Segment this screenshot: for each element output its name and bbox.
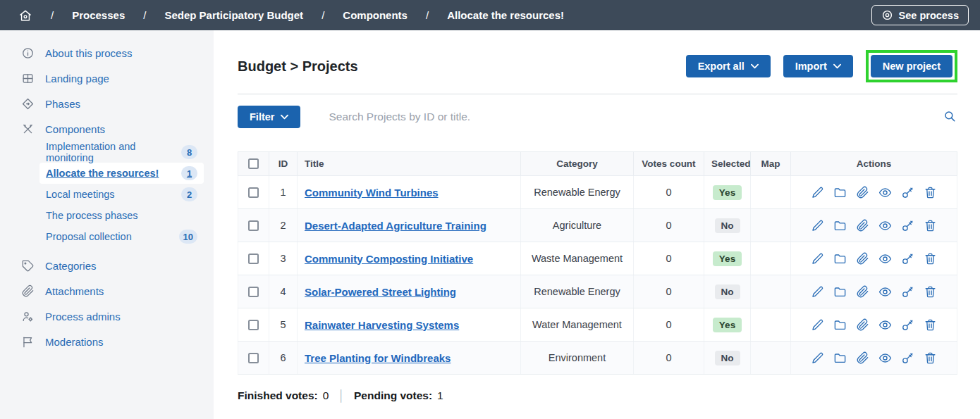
row-actions bbox=[798, 219, 950, 232]
folder-icon[interactable] bbox=[833, 252, 847, 265]
home-icon[interactable] bbox=[18, 8, 32, 23]
edit-pencil-icon[interactable] bbox=[811, 252, 824, 265]
cell-map bbox=[751, 342, 791, 375]
folder-icon[interactable] bbox=[833, 219, 847, 232]
breadcrumb-processes[interactable]: Processes bbox=[72, 9, 125, 21]
paperclip-icon[interactable] bbox=[856, 186, 869, 199]
col-header-id: ID bbox=[269, 152, 298, 176]
count-badge: 1 bbox=[181, 166, 197, 180]
sidebar-subitem-implementation-monitoring[interactable]: Implementation and monitoring 8 bbox=[39, 142, 204, 163]
finished-votes-label: Finished votes: bbox=[238, 389, 318, 402]
preview-eye-icon[interactable] bbox=[878, 351, 892, 365]
preview-eye-icon[interactable] bbox=[878, 219, 892, 232]
sidebar-item-landing-page[interactable]: Landing page bbox=[0, 65, 214, 91]
export-all-button[interactable]: Export all bbox=[686, 55, 771, 77]
sidebar-item-about[interactable]: About this process bbox=[0, 40, 214, 65]
sidebar-item-moderations[interactable]: Moderations bbox=[0, 329, 214, 354]
sidebar-subitem-label: Allocate the resources! bbox=[46, 168, 159, 179]
paperclip-icon[interactable] bbox=[856, 252, 869, 265]
filter-button[interactable]: Filter bbox=[238, 106, 300, 128]
breadcrumb-components[interactable]: Components bbox=[343, 9, 408, 21]
folder-icon[interactable] bbox=[833, 186, 847, 199]
row-checkbox[interactable] bbox=[248, 187, 259, 198]
paperclip-icon bbox=[21, 284, 35, 298]
votes-summary: Finished votes: 0 │ Pending votes: 1 bbox=[238, 389, 957, 402]
delete-trash-icon[interactable] bbox=[924, 318, 937, 332]
permissions-key-icon[interactable] bbox=[901, 351, 914, 365]
sidebar-item-categories[interactable]: Categories bbox=[0, 253, 214, 278]
edit-pencil-icon[interactable] bbox=[811, 186, 824, 199]
row-checkbox[interactable] bbox=[248, 254, 259, 264]
row-checkbox[interactable] bbox=[248, 220, 259, 231]
delete-trash-icon[interactable] bbox=[924, 285, 937, 299]
project-title-link[interactable]: Community Composting Initiative bbox=[305, 253, 473, 265]
folder-icon[interactable] bbox=[833, 318, 847, 332]
delete-trash-icon[interactable] bbox=[924, 186, 937, 199]
cell-id: 6 bbox=[269, 342, 298, 375]
cell-votes-count: 0 bbox=[634, 342, 704, 375]
sidebar-subitem-process-phases[interactable]: The process phases bbox=[39, 205, 204, 226]
col-header-title: Title bbox=[298, 152, 521, 176]
phases-diamond-icon bbox=[21, 97, 35, 111]
see-process-button[interactable]: See process bbox=[871, 5, 969, 25]
breadcrumb-current-component[interactable]: Allocate the resources! bbox=[447, 9, 564, 21]
target-eye-icon bbox=[881, 9, 893, 21]
table-row: 4Solar-Powered Street LightingRenewable … bbox=[238, 275, 957, 308]
permissions-key-icon[interactable] bbox=[901, 318, 914, 332]
cell-votes-count: 0 bbox=[634, 209, 704, 242]
delete-trash-icon[interactable] bbox=[924, 351, 937, 365]
permissions-key-icon[interactable] bbox=[901, 186, 914, 199]
edit-pencil-icon[interactable] bbox=[811, 351, 824, 365]
sidebar-item-phases[interactable]: Phases bbox=[0, 91, 214, 116]
permissions-key-icon[interactable] bbox=[901, 285, 914, 299]
folder-icon[interactable] bbox=[833, 285, 847, 299]
breadcrumb-separator: / bbox=[143, 9, 146, 21]
row-checkbox[interactable] bbox=[248, 320, 259, 330]
search-input[interactable] bbox=[329, 111, 942, 123]
paperclip-icon[interactable] bbox=[856, 318, 869, 332]
permissions-key-icon[interactable] bbox=[901, 252, 914, 265]
search-icon bbox=[943, 110, 956, 125]
new-project-button[interactable]: New project bbox=[871, 55, 953, 77]
preview-eye-icon[interactable] bbox=[878, 252, 892, 265]
row-checkbox[interactable] bbox=[248, 287, 259, 297]
sidebar-item-label: Phases bbox=[45, 98, 80, 110]
edit-pencil-icon[interactable] bbox=[811, 318, 824, 332]
sidebar-subitem-label: Local meetings bbox=[46, 189, 115, 200]
sidebar-item-process-admins[interactable]: Process admins bbox=[0, 304, 214, 329]
breadcrumb-separator: / bbox=[426, 9, 429, 21]
sidebar-item-label: Landing page bbox=[45, 73, 109, 85]
sidebar-subitem-label: Proposal collection bbox=[46, 231, 132, 242]
preview-eye-icon[interactable] bbox=[878, 318, 892, 332]
project-title-link[interactable]: Desert-Adapted Agriculture Training bbox=[305, 220, 486, 232]
delete-trash-icon[interactable] bbox=[924, 219, 937, 232]
cell-id: 1 bbox=[269, 176, 298, 209]
sidebar-item-attachments[interactable]: Attachments bbox=[0, 278, 214, 304]
paperclip-icon[interactable] bbox=[856, 219, 869, 232]
select-all-checkbox[interactable] bbox=[248, 158, 259, 169]
project-title-link[interactable]: Rainwater Harvesting Systems bbox=[305, 319, 459, 331]
folder-icon[interactable] bbox=[833, 351, 847, 365]
delete-trash-icon[interactable] bbox=[924, 252, 937, 265]
project-title-link[interactable]: Community Wind Turbines bbox=[305, 187, 439, 199]
cell-category: Water Management bbox=[521, 308, 634, 342]
sidebar-subitem-local-meetings[interactable]: Local meetings 2 bbox=[39, 184, 204, 205]
paperclip-icon[interactable] bbox=[856, 351, 869, 365]
project-title-link[interactable]: Solar-Powered Street Lighting bbox=[305, 286, 456, 298]
search-button[interactable] bbox=[942, 108, 957, 126]
paperclip-icon[interactable] bbox=[856, 285, 869, 299]
import-button[interactable]: Import bbox=[783, 55, 853, 77]
sidebar-item-components[interactable]: Components bbox=[0, 116, 214, 142]
permissions-key-icon[interactable] bbox=[901, 219, 914, 232]
breadcrumb-process-title[interactable]: Sedep Participatory Budget bbox=[164, 9, 303, 21]
project-title-link[interactable]: Tree Planting for Windbreaks bbox=[305, 352, 451, 364]
preview-eye-icon[interactable] bbox=[878, 186, 892, 199]
preview-eye-icon[interactable] bbox=[878, 285, 892, 299]
edit-pencil-icon[interactable] bbox=[811, 285, 824, 299]
info-icon bbox=[21, 46, 35, 60]
row-checkbox[interactable] bbox=[248, 353, 259, 363]
sidebar-subitem-proposal-collection[interactable]: Proposal collection 10 bbox=[39, 226, 204, 247]
sidebar-subitem-allocate-resources[interactable]: Allocate the resources! 1 bbox=[39, 163, 204, 184]
cell-id: 2 bbox=[269, 209, 298, 242]
edit-pencil-icon[interactable] bbox=[811, 219, 824, 232]
